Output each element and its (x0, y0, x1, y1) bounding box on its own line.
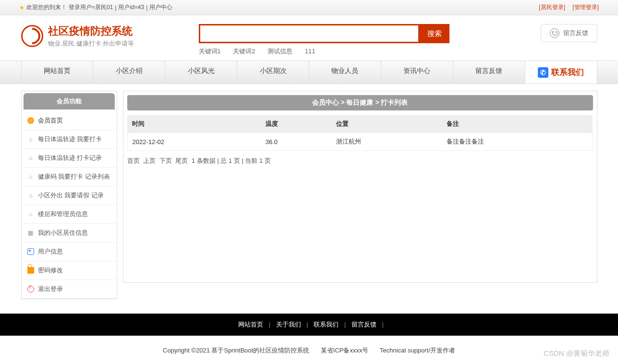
grid-icon: ▦ (27, 230, 34, 236)
th-loc: 位置 (331, 115, 442, 133)
user-center-link[interactable]: 用户中心 (149, 3, 172, 12)
footer-link-contact[interactable]: 联系我们 (314, 321, 339, 328)
login-user: 登录用户=居民01 (69, 3, 113, 12)
sidebar-item-label: 每日体温轨迹 打卡记录 (38, 154, 102, 162)
circle-icon (27, 117, 34, 124)
breadcrumb: 会员中心 > 每日健康 > 打卡列表 (127, 95, 593, 110)
copyright-text: Copyright ©2021 基于SprintBoot的社区疫情防控系统 (163, 347, 309, 354)
nav-staff[interactable]: 物业人员 (309, 61, 381, 84)
sidebar-item-floor-admin[interactable]: ⌂ 楼层和管理员信息 (22, 205, 117, 224)
search-button[interactable]: 搜索 (420, 24, 449, 43)
card-icon (27, 248, 34, 255)
star-icon: ★ (19, 4, 24, 11)
watermark: CSDN @黄菊华老师 (544, 349, 609, 358)
lock-icon (27, 267, 34, 274)
keyword-link[interactable]: 关键词2 (233, 48, 255, 55)
footer-link-about[interactable]: 关于我们 (276, 321, 301, 328)
sidebar-title: 会员功能 (24, 93, 115, 109)
feedback-label: 留言反馈 (563, 29, 588, 37)
sidebar-item-home[interactable]: 会员首页 (22, 111, 117, 130)
cell-loc: 浙江杭州 (331, 133, 442, 151)
pager-summary: 1 条数据 | 总 1 页 | 当前 1 页 (192, 157, 271, 164)
cell-temp: 36.0 (261, 133, 331, 151)
header: 社区疫情防控系统 物业.居民.健康打卡.外出申请等 搜索 关键词1 关键词2 测… (21, 15, 597, 61)
keyword-link[interactable]: 111 (305, 48, 315, 55)
nav-home[interactable]: 网站首页 (21, 61, 94, 84)
sep: | (115, 4, 116, 11)
main: 会员功能 会员首页 ⌂ 每日体温轨迹 我要打卡 ⌂ 每日体温轨迹 打卡记录 ⌂ … (21, 91, 597, 299)
search-input[interactable] (199, 24, 420, 43)
footer-links: 网站首页 | 关于我们 | 联系我们 | 留言反馈 | (0, 314, 618, 336)
sidebar-item-label: 小区外出 我要请假 记录 (38, 191, 104, 200)
topbar-right: [居民登录] [管理登录] (533, 3, 599, 12)
sidebar-item-userinfo[interactable]: 用户信息 (22, 243, 117, 261)
sidebar-item-temp-checkin[interactable]: ⌂ 每日体温轨迹 我要打卡 (22, 130, 117, 149)
keyword-link[interactable]: 关键词1 (199, 48, 221, 55)
nav-phase[interactable]: 小区期次 (237, 61, 309, 84)
power-icon (27, 286, 34, 292)
sidebar-item-label: 楼层和管理员信息 (38, 210, 88, 218)
sidebar: 会员功能 会员首页 ⌂ 每日体温轨迹 我要打卡 ⌂ 每日体温轨迹 打卡记录 ⌂ … (21, 91, 117, 299)
brand-subtitle: 物业.居民.健康打卡.外出申请等 (48, 39, 134, 48)
face-icon (550, 28, 559, 38)
sidebar-item-label: 会员首页 (38, 116, 63, 125)
admin-login-link[interactable]: [管理登录] (572, 4, 599, 11)
sidebar-item-label: 每日体温轨迹 我要打卡 (38, 135, 102, 144)
sidebar-item-label: 我的小区居住信息 (38, 229, 88, 237)
home-icon: ⌂ (27, 155, 34, 161)
keyword-link[interactable]: 测试信息 (267, 48, 292, 55)
welcome-text: 欢迎您的到来！ (26, 3, 67, 12)
logo-block: 社区疫情防控系统 物业.居民.健康打卡.外出申请等 (21, 24, 199, 48)
sep: | (146, 4, 147, 11)
th-note: 备注 (442, 115, 593, 133)
footer-link-feedback[interactable]: 留言反馈 (351, 321, 376, 328)
table-header-row: 时间 温度 位置 备注 (127, 115, 593, 133)
sidebar-item-label: 健康码 我要打卡 记录列表 (38, 172, 110, 181)
nav: 网站首页 小区介绍 小区风光 小区期次 物业人员 资讯中心 留言反馈 ✆ 联系我… (0, 61, 618, 84)
nav-feedback[interactable]: 留言反馈 (453, 61, 525, 84)
pager-first[interactable]: 首页 (127, 157, 140, 164)
content: 会员中心 > 每日健康 > 打卡列表 时间 温度 位置 备注 2022-12-0… (123, 91, 597, 283)
sidebar-item-leave[interactable]: ⌂ 小区外出 我要请假 记录 (22, 186, 117, 205)
topbar: ★ 欢迎您的到来！ 登录用户=居民01 | 用户id=43 | 用户中心 [居民… (0, 0, 618, 15)
feedback-button[interactable]: 留言反馈 (541, 24, 597, 42)
sidebar-item-residence[interactable]: ▦ 我的小区居住信息 (22, 224, 117, 243)
home-icon: ⌂ (27, 192, 34, 199)
nav-contact-label: 联系我们 (551, 67, 584, 78)
nav-news[interactable]: 资讯中心 (381, 61, 453, 84)
nav-contact[interactable]: ✆ 联系我们 (525, 61, 597, 84)
table-row: 2022-12-02 36.0 浙江杭州 备注备注备注 (127, 133, 593, 151)
sidebar-item-password[interactable]: 密码修改 (22, 261, 117, 280)
tech-text: Technical support/开发作者 (380, 347, 455, 354)
home-icon: ⌂ (27, 173, 34, 180)
resident-login-link[interactable]: [居民登录] (539, 4, 565, 11)
nav-scenery[interactable]: 小区风光 (165, 61, 237, 84)
sidebar-item-label: 密码修改 (38, 266, 63, 275)
th-time: 时间 (127, 115, 261, 133)
records-table: 时间 温度 位置 备注 2022-12-02 36.0 浙江杭州 备注备注备注 (127, 115, 593, 151)
home-icon: ⌂ (27, 136, 34, 143)
cell-note: 备注备注备注 (442, 133, 593, 151)
search-block: 搜索 关键词1 关键词2 测试信息 111 (199, 24, 531, 56)
pager-next[interactable]: 下页 (159, 157, 172, 164)
sidebar-item-label: 用户信息 (38, 247, 63, 256)
footer-copy: Copyright ©2021 基于SprintBoot的社区疫情防控系统 某省… (0, 336, 618, 364)
logo-icon (21, 25, 43, 47)
th-temp: 温度 (261, 115, 331, 133)
nav-intro[interactable]: 小区介绍 (93, 61, 165, 84)
sidebar-item-healthcode[interactable]: ⌂ 健康码 我要打卡 记录列表 (22, 168, 117, 186)
phone-icon: ✆ (538, 67, 548, 78)
sidebar-item-logout[interactable]: 退出登录 (22, 280, 117, 299)
search-keywords: 关键词1 关键词2 测试信息 111 (199, 47, 531, 56)
sidebar-item-label: 退出登录 (38, 285, 63, 293)
topbar-left: ★ 欢迎您的到来！ 登录用户=居民01 | 用户id=43 | 用户中心 (19, 3, 172, 12)
pager-last[interactable]: 尾页 (175, 157, 188, 164)
footer-link-home[interactable]: 网站首页 (238, 321, 263, 328)
icp-text: 某省ICP备xxxx号 (321, 347, 369, 354)
cell-time: 2022-12-02 (127, 133, 261, 151)
user-id: 用户id=43 (118, 3, 144, 12)
pager-prev[interactable]: 上页 (143, 157, 156, 164)
pager: 首页 上页 下页 尾页 1 条数据 | 总 1 页 | 当前 1 页 (127, 157, 593, 165)
sidebar-item-temp-record[interactable]: ⌂ 每日体温轨迹 打卡记录 (22, 149, 117, 168)
home-icon: ⌂ (27, 211, 34, 218)
